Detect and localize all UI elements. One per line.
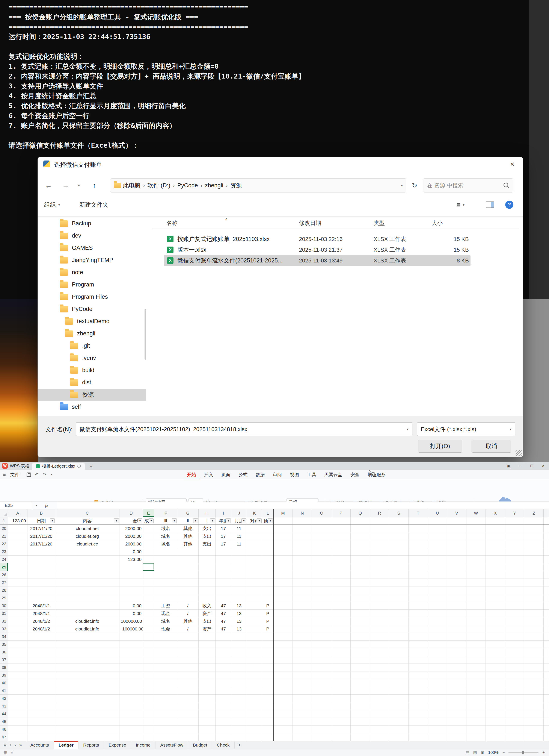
cell-M33[interactable] (274, 625, 293, 633)
cell-Z39[interactable] (524, 671, 544, 679)
cell-J1[interactable]: 月度▾ (232, 517, 247, 525)
open-button[interactable]: 打开(O) (418, 440, 462, 453)
address-bar[interactable]: 此电脑›软件 (D:)›PyCode›zhengli›资源 ▾ (110, 178, 406, 192)
cell-Y46[interactable] (505, 726, 524, 733)
cell-A28[interactable] (8, 586, 27, 594)
cell-Z42[interactable] (524, 695, 544, 702)
cell-Q22[interactable] (351, 540, 370, 548)
maximize-icon[interactable]: □ (526, 462, 537, 470)
column-header-N[interactable]: N (293, 509, 312, 517)
cell-E37[interactable] (143, 656, 154, 664)
column-header-W[interactable]: W (466, 509, 486, 517)
cell-I40[interactable] (216, 679, 232, 687)
cell-G29[interactable] (177, 594, 199, 602)
cell-Y27[interactable] (505, 579, 524, 586)
cell-U32[interactable] (428, 617, 447, 625)
cell-J43[interactable] (232, 702, 247, 710)
cell-G23[interactable] (177, 548, 199, 556)
cell-V40[interactable] (447, 679, 466, 687)
cell-S43[interactable] (389, 702, 408, 710)
cell-M24[interactable] (274, 556, 293, 563)
cell-N1[interactable] (293, 517, 312, 525)
cell-X47[interactable] (486, 733, 505, 741)
cell-W29[interactable] (466, 594, 486, 602)
cell-F27[interactable] (154, 579, 177, 586)
cell-B41[interactable] (27, 687, 55, 695)
cell-H47[interactable] (199, 733, 216, 741)
cell-D39[interactable] (120, 671, 143, 679)
cell-R26[interactable] (370, 571, 389, 579)
cell-G44[interactable] (177, 710, 199, 718)
cell-R45[interactable] (370, 718, 389, 726)
cell-C33[interactable]: cloudlet.info (55, 625, 120, 633)
cell-H32[interactable]: 支出 (199, 617, 216, 625)
cell-A43[interactable] (8, 702, 27, 710)
cell-G27[interactable] (177, 579, 199, 586)
cell-O30[interactable] (312, 602, 331, 610)
cell-M20[interactable] (274, 525, 293, 532)
cell-R47[interactable] (370, 733, 389, 741)
cell-R41[interactable] (370, 687, 389, 695)
cell-Q27[interactable] (351, 579, 370, 586)
sidebar-item-PyCode[interactable]: PyCode (38, 303, 146, 315)
cell-Q43[interactable] (351, 702, 370, 710)
cell-Y34[interactable] (505, 633, 524, 641)
cell-I30[interactable]: 47 (216, 602, 232, 610)
cell-H42[interactable] (199, 695, 216, 702)
column-header-S[interactable]: S (389, 509, 408, 517)
cell-G47[interactable] (177, 733, 199, 741)
sheet-tab-Reports[interactable]: Reports (79, 741, 104, 749)
cell-M21[interactable] (274, 532, 293, 540)
cell-D40[interactable] (120, 679, 143, 687)
cell-D21[interactable]: 2000.00 (120, 532, 143, 540)
cell-E45[interactable] (143, 718, 154, 726)
cell-F23[interactable] (154, 548, 177, 556)
cell-B32[interactable]: 2048/1/2 (27, 617, 55, 625)
cell-Y35[interactable] (505, 641, 524, 648)
cell-E33[interactable] (143, 625, 154, 633)
cell-N24[interactable] (293, 556, 312, 563)
filter-dropdown-icon[interactable]: ▾ (138, 518, 142, 523)
cell-M41[interactable] (274, 687, 293, 695)
cell-M45[interactable] (274, 718, 293, 726)
cell-V25[interactable] (447, 563, 466, 571)
cell-H41[interactable] (199, 687, 216, 695)
cell-H25[interactable] (199, 563, 216, 571)
cell-P24[interactable] (331, 556, 351, 563)
sheet-tab-Budget[interactable]: Budget (188, 741, 212, 749)
cell-U25[interactable] (428, 563, 447, 571)
cell-A45[interactable] (8, 718, 27, 726)
sidebar-item-JiangYingTEMP[interactable]: JiangYingTEMP (38, 254, 146, 266)
cell-X41[interactable] (486, 687, 505, 695)
column-header-D[interactable]: D (120, 509, 143, 517)
cell-A30[interactable] (8, 602, 27, 610)
row-header-20[interactable]: 20 (0, 525, 8, 532)
cell-F31[interactable]: 现金 (154, 610, 177, 617)
cell-I35[interactable] (216, 641, 232, 648)
cell-A26[interactable] (8, 571, 27, 579)
cell-P37[interactable] (331, 656, 351, 664)
cell-B40[interactable] (27, 679, 55, 687)
cell-N45[interactable] (293, 718, 312, 726)
cell-H21[interactable]: 支出 (199, 532, 216, 540)
row-header-38[interactable]: 38 (0, 664, 8, 671)
cell-N28[interactable] (293, 586, 312, 594)
cell-T39[interactable] (408, 671, 428, 679)
cell-P31[interactable] (331, 610, 351, 617)
cell-J28[interactable] (232, 586, 247, 594)
row-header-32[interactable]: 32 (0, 617, 8, 625)
cell-Q32[interactable] (351, 617, 370, 625)
cell-S46[interactable] (389, 726, 408, 733)
cell-S24[interactable] (389, 556, 408, 563)
cell-H1[interactable]: Ⅰ▾ (199, 517, 216, 525)
cell-W30[interactable] (466, 602, 486, 610)
cell-F40[interactable] (154, 679, 177, 687)
cell-C36[interactable] (55, 648, 120, 656)
sidebar-scrollbar[interactable] (145, 309, 146, 360)
cell-N44[interactable] (293, 710, 312, 718)
cell-D1[interactable]: 金额▾ (120, 517, 143, 525)
cell-I42[interactable] (216, 695, 232, 702)
cell-R24[interactable] (370, 556, 389, 563)
cell-K31[interactable] (247, 610, 262, 617)
cell-M35[interactable] (274, 641, 293, 648)
